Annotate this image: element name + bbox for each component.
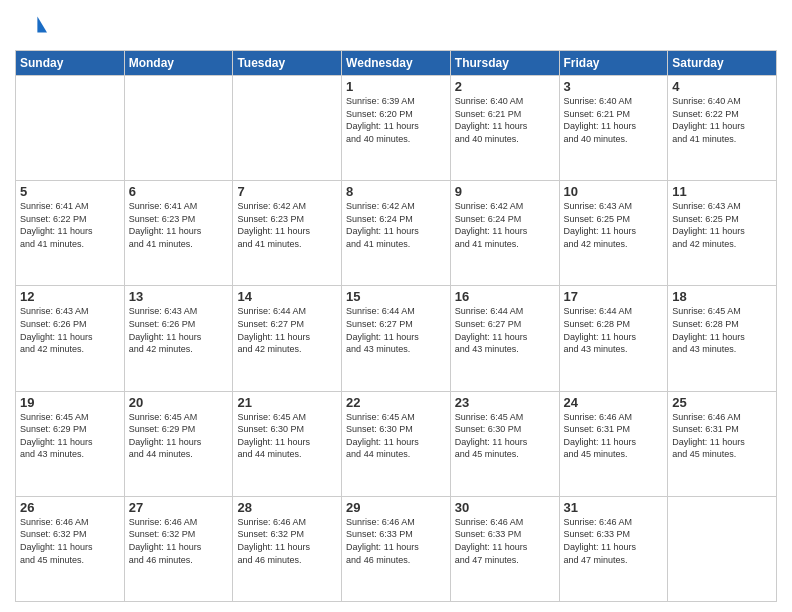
day-number: 11 [672,184,772,199]
day-info: Sunrise: 6:46 AM Sunset: 6:31 PM Dayligh… [672,411,772,461]
calendar-cell: 7Sunrise: 6:42 AM Sunset: 6:23 PM Daylig… [233,181,342,286]
day-info: Sunrise: 6:43 AM Sunset: 6:25 PM Dayligh… [564,200,664,250]
day-number: 21 [237,395,337,410]
calendar-cell: 17Sunrise: 6:44 AM Sunset: 6:28 PM Dayli… [559,286,668,391]
day-info: Sunrise: 6:46 AM Sunset: 6:32 PM Dayligh… [237,516,337,566]
day-number: 12 [20,289,120,304]
day-info: Sunrise: 6:46 AM Sunset: 6:31 PM Dayligh… [564,411,664,461]
day-number: 26 [20,500,120,515]
calendar-cell: 30Sunrise: 6:46 AM Sunset: 6:33 PM Dayli… [450,496,559,601]
day-info: Sunrise: 6:40 AM Sunset: 6:21 PM Dayligh… [564,95,664,145]
day-info: Sunrise: 6:44 AM Sunset: 6:27 PM Dayligh… [237,305,337,355]
calendar-cell: 4Sunrise: 6:40 AM Sunset: 6:22 PM Daylig… [668,76,777,181]
logo [15,10,49,42]
day-info: Sunrise: 6:42 AM Sunset: 6:24 PM Dayligh… [346,200,446,250]
day-info: Sunrise: 6:44 AM Sunset: 6:28 PM Dayligh… [564,305,664,355]
day-number: 27 [129,500,229,515]
logo-icon [15,10,47,42]
calendar-cell: 27Sunrise: 6:46 AM Sunset: 6:32 PM Dayli… [124,496,233,601]
day-info: Sunrise: 6:41 AM Sunset: 6:22 PM Dayligh… [20,200,120,250]
day-number: 16 [455,289,555,304]
day-number: 15 [346,289,446,304]
calendar-cell: 11Sunrise: 6:43 AM Sunset: 6:25 PM Dayli… [668,181,777,286]
day-info: Sunrise: 6:45 AM Sunset: 6:29 PM Dayligh… [129,411,229,461]
day-header-sunday: Sunday [16,51,125,76]
day-info: Sunrise: 6:46 AM Sunset: 6:32 PM Dayligh… [129,516,229,566]
day-number: 10 [564,184,664,199]
day-info: Sunrise: 6:39 AM Sunset: 6:20 PM Dayligh… [346,95,446,145]
day-info: Sunrise: 6:46 AM Sunset: 6:33 PM Dayligh… [455,516,555,566]
day-header-wednesday: Wednesday [342,51,451,76]
day-info: Sunrise: 6:42 AM Sunset: 6:24 PM Dayligh… [455,200,555,250]
day-number: 13 [129,289,229,304]
day-number: 29 [346,500,446,515]
calendar-cell: 19Sunrise: 6:45 AM Sunset: 6:29 PM Dayli… [16,391,125,496]
calendar-header-row: SundayMondayTuesdayWednesdayThursdayFrid… [16,51,777,76]
day-header-thursday: Thursday [450,51,559,76]
svg-marker-0 [37,16,47,32]
day-number: 9 [455,184,555,199]
calendar-cell: 15Sunrise: 6:44 AM Sunset: 6:27 PM Dayli… [342,286,451,391]
calendar-cell [668,496,777,601]
calendar-cell: 22Sunrise: 6:45 AM Sunset: 6:30 PM Dayli… [342,391,451,496]
calendar-cell: 31Sunrise: 6:46 AM Sunset: 6:33 PM Dayli… [559,496,668,601]
day-info: Sunrise: 6:46 AM Sunset: 6:33 PM Dayligh… [564,516,664,566]
calendar-week-3: 12Sunrise: 6:43 AM Sunset: 6:26 PM Dayli… [16,286,777,391]
day-info: Sunrise: 6:45 AM Sunset: 6:28 PM Dayligh… [672,305,772,355]
day-number: 22 [346,395,446,410]
calendar-cell: 23Sunrise: 6:45 AM Sunset: 6:30 PM Dayli… [450,391,559,496]
calendar-cell: 6Sunrise: 6:41 AM Sunset: 6:23 PM Daylig… [124,181,233,286]
calendar-week-1: 1Sunrise: 6:39 AM Sunset: 6:20 PM Daylig… [16,76,777,181]
day-number: 7 [237,184,337,199]
calendar-cell: 9Sunrise: 6:42 AM Sunset: 6:24 PM Daylig… [450,181,559,286]
day-info: Sunrise: 6:45 AM Sunset: 6:29 PM Dayligh… [20,411,120,461]
day-number: 8 [346,184,446,199]
calendar-cell: 29Sunrise: 6:46 AM Sunset: 6:33 PM Dayli… [342,496,451,601]
calendar-cell: 21Sunrise: 6:45 AM Sunset: 6:30 PM Dayli… [233,391,342,496]
day-number: 31 [564,500,664,515]
day-number: 14 [237,289,337,304]
calendar-cell: 3Sunrise: 6:40 AM Sunset: 6:21 PM Daylig… [559,76,668,181]
day-info: Sunrise: 6:42 AM Sunset: 6:23 PM Dayligh… [237,200,337,250]
day-info: Sunrise: 6:40 AM Sunset: 6:21 PM Dayligh… [455,95,555,145]
day-number: 30 [455,500,555,515]
calendar-cell: 24Sunrise: 6:46 AM Sunset: 6:31 PM Dayli… [559,391,668,496]
day-header-friday: Friday [559,51,668,76]
svg-rect-1 [15,10,37,32]
day-info: Sunrise: 6:46 AM Sunset: 6:33 PM Dayligh… [346,516,446,566]
calendar-cell [124,76,233,181]
day-info: Sunrise: 6:43 AM Sunset: 6:25 PM Dayligh… [672,200,772,250]
calendar-cell: 2Sunrise: 6:40 AM Sunset: 6:21 PM Daylig… [450,76,559,181]
calendar-week-5: 26Sunrise: 6:46 AM Sunset: 6:32 PM Dayli… [16,496,777,601]
calendar-cell: 12Sunrise: 6:43 AM Sunset: 6:26 PM Dayli… [16,286,125,391]
day-info: Sunrise: 6:43 AM Sunset: 6:26 PM Dayligh… [129,305,229,355]
calendar-cell: 10Sunrise: 6:43 AM Sunset: 6:25 PM Dayli… [559,181,668,286]
day-number: 2 [455,79,555,94]
calendar-cell: 26Sunrise: 6:46 AM Sunset: 6:32 PM Dayli… [16,496,125,601]
day-number: 24 [564,395,664,410]
calendar-cell: 16Sunrise: 6:44 AM Sunset: 6:27 PM Dayli… [450,286,559,391]
day-number: 1 [346,79,446,94]
day-number: 5 [20,184,120,199]
day-info: Sunrise: 6:44 AM Sunset: 6:27 PM Dayligh… [346,305,446,355]
day-number: 23 [455,395,555,410]
calendar-cell: 14Sunrise: 6:44 AM Sunset: 6:27 PM Dayli… [233,286,342,391]
day-info: Sunrise: 6:45 AM Sunset: 6:30 PM Dayligh… [455,411,555,461]
day-number: 28 [237,500,337,515]
day-info: Sunrise: 6:41 AM Sunset: 6:23 PM Dayligh… [129,200,229,250]
calendar-cell: 13Sunrise: 6:43 AM Sunset: 6:26 PM Dayli… [124,286,233,391]
day-number: 20 [129,395,229,410]
day-info: Sunrise: 6:46 AM Sunset: 6:32 PM Dayligh… [20,516,120,566]
calendar-week-2: 5Sunrise: 6:41 AM Sunset: 6:22 PM Daylig… [16,181,777,286]
calendar: SundayMondayTuesdayWednesdayThursdayFrid… [15,50,777,602]
day-number: 25 [672,395,772,410]
day-info: Sunrise: 6:45 AM Sunset: 6:30 PM Dayligh… [237,411,337,461]
calendar-cell: 1Sunrise: 6:39 AM Sunset: 6:20 PM Daylig… [342,76,451,181]
calendar-cell [16,76,125,181]
day-info: Sunrise: 6:43 AM Sunset: 6:26 PM Dayligh… [20,305,120,355]
calendar-cell [233,76,342,181]
day-number: 19 [20,395,120,410]
calendar-cell: 25Sunrise: 6:46 AM Sunset: 6:31 PM Dayli… [668,391,777,496]
day-number: 3 [564,79,664,94]
day-info: Sunrise: 6:44 AM Sunset: 6:27 PM Dayligh… [455,305,555,355]
